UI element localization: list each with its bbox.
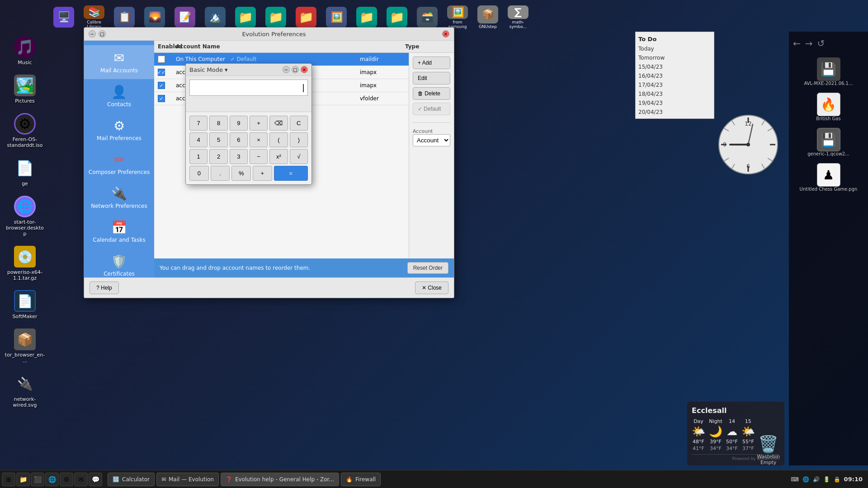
account-checkbox-3[interactable]: ✓: [158, 82, 165, 89]
dock-item12[interactable]: 🗃️: [415, 5, 439, 29]
calc-btn-4[interactable]: 4: [189, 132, 208, 147]
calc-close-btn[interactable]: ✕: [301, 66, 308, 73]
taskbar-chat[interactable]: 💬: [89, 473, 102, 486]
calc-btn-open-paren[interactable]: (: [269, 132, 288, 147]
calc-btn-5[interactable]: 5: [209, 132, 227, 147]
desktop-icon-poweriso[interactable]: 💿 poweriso-x64-1.1.tar.gz: [5, 246, 45, 281]
calc-btn-plus[interactable]: +: [250, 116, 268, 131]
sidebar-item-mail-accounts[interactable]: ✉️ Mail Accounts: [84, 45, 154, 79]
close-btn[interactable]: ✕ Close: [415, 282, 448, 294]
reset-order-btn[interactable]: Reset Order: [407, 262, 448, 274]
calc-btn-clear[interactable]: C: [290, 116, 308, 131]
taskbar-calculator[interactable]: 🔢 Calculator: [108, 473, 155, 486]
calc-btn-6[interactable]: 6: [230, 132, 248, 147]
todo-item-15[interactable]: 15/04/23: [636, 62, 714, 71]
sidebar-item-composer-prefs[interactable]: ✏️ Composer Preferences: [84, 147, 154, 181]
taskbar-evo-help[interactable]: ❓ Evolution help - General Help - Zor...: [221, 473, 339, 486]
taskbar-browser[interactable]: 🌐: [45, 473, 59, 486]
taskbar-app-menu[interactable]: ⊞: [2, 473, 15, 486]
dock-folder4[interactable]: 📁: [355, 5, 378, 29]
calc-btn-0[interactable]: 0: [189, 166, 209, 181]
dock-computer[interactable]: 🖥️: [52, 5, 75, 29]
lock-icon[interactable]: 🔒: [834, 476, 840, 483]
calc-btn-3[interactable]: 3: [230, 149, 248, 164]
calc-btn-backspace[interactable]: ⌫: [269, 116, 288, 131]
todo-item-17[interactable]: 17/04/23: [636, 80, 714, 89]
sidebar-item-certificates[interactable]: 🛡️ Certificates: [84, 249, 154, 277]
todo-item-tomorrow[interactable]: Tomorrow: [636, 53, 714, 62]
calc-btn-7[interactable]: 7: [189, 116, 208, 131]
wastebin[interactable]: 🗑️ WastebinEmpty: [757, 435, 780, 465]
calc-max-btn[interactable]: □: [292, 66, 299, 73]
calc-btn-8[interactable]: 8: [209, 116, 227, 131]
calc-btn-multiply[interactable]: ×: [250, 132, 268, 147]
nav-back-icon[interactable]: ←: [793, 38, 801, 49]
todo-item-today[interactable]: Today: [636, 44, 714, 53]
help-btn[interactable]: ? Help: [90, 282, 119, 294]
desktop-icon-music[interactable]: 🎵 Music: [5, 36, 45, 66]
calc-btn-close-paren[interactable]: ): [290, 132, 308, 147]
dock-from-samsung[interactable]: 🖼️ British Gas from samsung: [446, 5, 469, 29]
network-icon[interactable]: 🌐: [802, 476, 809, 483]
sidebar-item-network-prefs[interactable]: 🔌 Network Preferences: [84, 181, 154, 215]
desktop-icon-ge[interactable]: 📄 ge: [5, 157, 45, 187]
account-checkbox-1[interactable]: [158, 56, 165, 63]
calc-btn-sqrt[interactable]: √: [290, 149, 308, 164]
edit-account-btn[interactable]: Edit: [413, 72, 450, 84]
dock-gnustep[interactable]: 📦 GNUstep: [476, 5, 500, 29]
calc-btn-square[interactable]: x²: [269, 149, 288, 164]
todo-item-16[interactable]: 16/04/23: [636, 71, 714, 80]
file-icon-chess[interactable]: ♟️ Untitled Chess Game.pgn: [791, 163, 866, 192]
add-account-btn[interactable]: + Add: [413, 56, 450, 69]
battery-icon[interactable]: 🔋: [823, 476, 830, 483]
dock-folder1[interactable]: 📁: [234, 5, 257, 29]
account-selector[interactable]: Account: [413, 134, 450, 146]
taskbar-email[interactable]: ✉️: [74, 473, 88, 486]
desktop-icon-softmaker[interactable]: 📄 SoftMaker: [5, 290, 45, 319]
delete-account-btn[interactable]: 🗑 Delete: [413, 87, 450, 100]
dock-item6[interactable]: 🏔️: [203, 5, 227, 29]
speaker-icon[interactable]: 🔊: [813, 476, 820, 483]
calc-btn-equals[interactable]: =: [274, 166, 308, 181]
taskbar-settings[interactable]: ⚙️: [60, 473, 73, 486]
dock-folder5[interactable]: 📁: [385, 5, 409, 29]
dock-item3[interactable]: 📋: [113, 5, 136, 29]
nav-refresh-icon[interactable]: ↺: [817, 38, 825, 49]
calc-btn-9[interactable]: 9: [230, 116, 248, 131]
file-icon-british-gas[interactable]: 🔥 British Gas: [791, 93, 866, 121]
dock-math[interactable]: ∑ math-symbo...: [506, 5, 530, 29]
file-icon-generic[interactable]: 💾 generic-1.qcow2...: [791, 128, 866, 156]
calc-btn-2[interactable]: 2: [209, 149, 227, 164]
calc-input[interactable]: |: [189, 80, 308, 96]
taskbar-firewall[interactable]: 🔥 Firewall: [341, 473, 381, 486]
dock-item5[interactable]: 📝: [173, 5, 197, 29]
dock-calibre[interactable]: 📚 Calibre Library: [82, 5, 106, 29]
calc-btn-minus[interactable]: −: [250, 149, 268, 164]
default-account-btn[interactable]: ✓ Default: [413, 103, 450, 115]
dock-folder3[interactable]: 📁: [294, 5, 318, 29]
calc-btn-dot[interactable]: .: [211, 166, 230, 181]
account-checkbox-2[interactable]: ✓: [158, 69, 165, 76]
nav-forward-icon[interactable]: →: [805, 38, 813, 49]
sidebar-item-contacts[interactable]: 👤 Contacts: [84, 79, 154, 113]
dock-item9[interactable]: 🖼️: [325, 5, 348, 29]
desktop-icon-network[interactable]: 🔌 network-wired.svg: [5, 373, 45, 408]
taskbar-terminal[interactable]: ⬛: [31, 473, 44, 486]
desktop-icon-feren[interactable]: ⚙️ Feren-OS-standarddt.iso: [5, 113, 45, 148]
keyboard-icon[interactable]: ⌨️: [791, 476, 798, 483]
win-min-btn[interactable]: −: [89, 30, 96, 38]
dock-folder2[interactable]: 📁: [264, 5, 288, 29]
account-checkbox-4[interactable]: ✓: [158, 95, 165, 102]
desktop-icon-start-tor[interactable]: 🌐 start-tor-browser.desktop: [5, 196, 45, 237]
sidebar-item-calendar-tasks[interactable]: 📅 Calendar and Tasks: [84, 215, 154, 249]
calc-min-btn[interactable]: −: [283, 66, 290, 73]
calc-btn-1[interactable]: 1: [189, 149, 208, 164]
desktop-icon-pictures[interactable]: 🏞️ Pictures: [5, 75, 45, 104]
taskbar-file-mgr[interactable]: 📁: [16, 473, 30, 486]
file-icon-avl[interactable]: 💾 AVL-MXE-2021.06.1...: [791, 57, 866, 86]
dock-item4[interactable]: 🌄: [143, 5, 166, 29]
win-max-btn[interactable]: □: [99, 30, 106, 38]
desktop-icon-tor-browser[interactable]: 📦 tor_browser_en-...: [5, 328, 45, 364]
todo-item-20[interactable]: 20/04/23: [636, 108, 714, 117]
sidebar-item-mail-prefs[interactable]: ⚙️ Mail Preferences: [84, 113, 154, 147]
